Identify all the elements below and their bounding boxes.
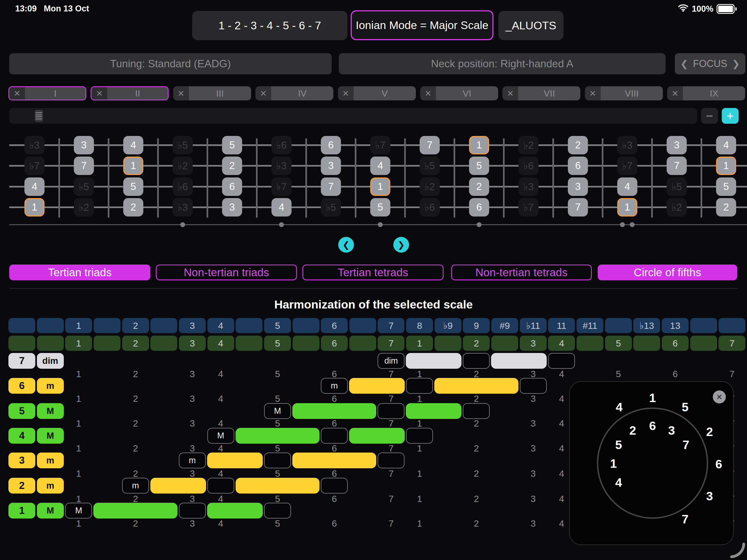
chord-fifth-pill[interactable] (520, 378, 547, 394)
prev-position-button[interactable]: ❮ (338, 237, 354, 252)
cof-outer-degree[interactable]: 3 (706, 489, 713, 503)
close-icon[interactable]: ✕ (92, 87, 107, 100)
note-pill[interactable]: 5 (469, 157, 489, 175)
cof-outer-degree[interactable]: 1 (649, 391, 656, 405)
position-tab-VI[interactable]: ✕VI (420, 86, 498, 100)
chord-root-pill[interactable]: M (264, 403, 291, 419)
note-pill[interactable]: ♭5 (667, 178, 687, 196)
note-pill[interactable]: 6 (469, 198, 489, 216)
cof-outer-degree[interactable]: 2 (706, 425, 713, 439)
note-pill[interactable]: 5 (370, 198, 390, 216)
chord-fifth-pill[interactable] (378, 453, 405, 468)
chord-third-pill[interactable] (207, 478, 234, 494)
note-pill[interactable]: 7 (74, 157, 94, 175)
note-pill[interactable]: ♭2 (74, 198, 94, 216)
close-icon[interactable]: ✕ (338, 86, 354, 100)
mode-button[interactable]: Ionian Mode = Major Scale (351, 10, 493, 40)
note-pill[interactable]: 4 (370, 157, 390, 175)
chord-third-pill[interactable] (179, 503, 206, 518)
note-pill[interactable]: 4 (272, 198, 291, 216)
chord-quality-pill[interactable]: M (37, 403, 64, 419)
note-pill[interactable]: 3 (222, 198, 242, 216)
chord-degree-pill[interactable]: 3 (8, 453, 35, 468)
note-pill[interactable]: ♭5 (321, 198, 341, 216)
chord-quality-pill[interactable]: M (37, 428, 64, 444)
scale-degrees-button[interactable]: 1 - 2 - 3 - 4 - 5 - 6 - 7 (192, 11, 347, 40)
chord-third-pill[interactable] (264, 453, 291, 468)
chord-degree-pill[interactable]: 1 (8, 503, 35, 518)
close-icon[interactable]: ✕ (420, 86, 436, 100)
note-pill[interactable]: ♭6 (518, 157, 539, 175)
chord-quality-pill[interactable]: m (37, 453, 64, 468)
note-pill[interactable]: 5 (123, 178, 143, 196)
close-icon[interactable]: ✕ (9, 87, 25, 100)
note-pill[interactable]: 1 (24, 198, 45, 216)
chord-degree-pill[interactable]: 5 (8, 403, 35, 419)
note-pill[interactable]: 1 (123, 157, 143, 175)
cof-inner-degree[interactable]: 5 (615, 438, 622, 452)
cof-outer-degree[interactable]: 6 (715, 457, 722, 471)
close-icon[interactable]: ✕ (173, 86, 189, 100)
chord-fifth-pill[interactable] (548, 353, 575, 369)
note-pill[interactable]: 5 (222, 136, 242, 154)
cof-inner-degree[interactable]: 7 (682, 438, 689, 452)
chord-type-button-circle-of-fifths[interactable]: Circle of fifths (598, 265, 737, 280)
chord-type-button-tertian-triads[interactable]: Tertian triads (9, 265, 150, 280)
position-tab-I[interactable]: ✕I (8, 86, 86, 100)
note-pill[interactable]: ♭2 (420, 178, 440, 196)
note-pill[interactable]: ♭3 (272, 157, 291, 175)
close-icon[interactable]: ✕ (503, 86, 518, 100)
note-pill[interactable]: 3 (74, 136, 94, 154)
next-position-button[interactable]: ❯ (393, 237, 409, 252)
chord-quality-pill[interactable]: dim (37, 353, 64, 369)
note-pill[interactable]: ♭6 (173, 178, 193, 196)
position-tab-II[interactable]: ✕II (91, 86, 169, 100)
note-pill[interactable]: ♭7 (272, 178, 291, 196)
position-tab-V[interactable]: ✕V (338, 86, 416, 100)
chord-root-pill[interactable]: m (321, 378, 348, 394)
chord-degree-pill[interactable]: 6 (8, 378, 35, 394)
close-icon[interactable]: ✕ (585, 86, 601, 100)
note-pill[interactable]: ♭7 (617, 157, 637, 175)
cof-inner-degree[interactable]: 2 (629, 424, 636, 437)
fretboard-thumbnail-icon[interactable] (35, 110, 43, 122)
position-tab-IV[interactable]: ✕IV (255, 86, 333, 100)
note-pill[interactable]: 6 (568, 157, 588, 175)
note-pill[interactable]: 6 (222, 178, 242, 196)
note-pill[interactable]: 7 (420, 136, 440, 154)
chord-type-button-tertian-tetrads[interactable]: Tertian tetrads (302, 265, 443, 280)
chord-quality-pill[interactable]: m (37, 478, 64, 494)
chord-fifth-pill[interactable] (321, 478, 348, 494)
tuning-button[interactable]: Tuning: Standard (EADG) (9, 53, 332, 74)
note-pill[interactable]: 4 (716, 136, 736, 154)
note-pill[interactable]: ♭3 (173, 198, 193, 216)
note-pill[interactable]: 3 (568, 178, 588, 196)
chord-quality-pill[interactable]: m (37, 378, 64, 394)
chord-root-pill[interactable]: M (65, 503, 92, 518)
note-pill[interactable]: 2 (123, 198, 143, 216)
chord-third-pill[interactable] (463, 353, 490, 369)
chord-root-pill[interactable]: m (179, 453, 206, 468)
note-pill[interactable]: ♭2 (667, 198, 687, 216)
cof-inner-degree[interactable]: 4 (615, 476, 622, 490)
chord-fifth-pill[interactable] (406, 428, 433, 444)
note-pill[interactable]: 1 (716, 157, 736, 175)
close-icon[interactable]: ✕ (667, 86, 683, 100)
note-pill[interactable]: 1 (370, 178, 390, 196)
cof-outer-degree[interactable]: 7 (681, 512, 688, 526)
neck-position-button[interactable]: Neck position: Right-handed A (339, 53, 666, 74)
note-pill[interactable]: 7 (667, 157, 687, 175)
position-tab-VII[interactable]: ✕VII (503, 86, 580, 100)
focus-prev-icon[interactable]: ❮ (680, 58, 688, 69)
note-pill[interactable]: ♭7 (370, 136, 390, 154)
app-title-button[interactable]: _ALUOTS (498, 11, 564, 40)
note-pill[interactable]: 3 (321, 157, 341, 175)
chord-third-pill[interactable] (378, 403, 405, 419)
note-pill[interactable]: ♭5 (173, 136, 193, 154)
note-pill[interactable]: ♭6 (420, 198, 440, 216)
chord-root-pill[interactable]: dim (378, 353, 405, 369)
remove-position-button[interactable]: − (701, 108, 718, 124)
note-pill[interactable]: 7 (568, 198, 588, 216)
note-pill[interactable]: ♭5 (74, 178, 94, 196)
note-pill[interactable]: 4 (123, 136, 143, 154)
